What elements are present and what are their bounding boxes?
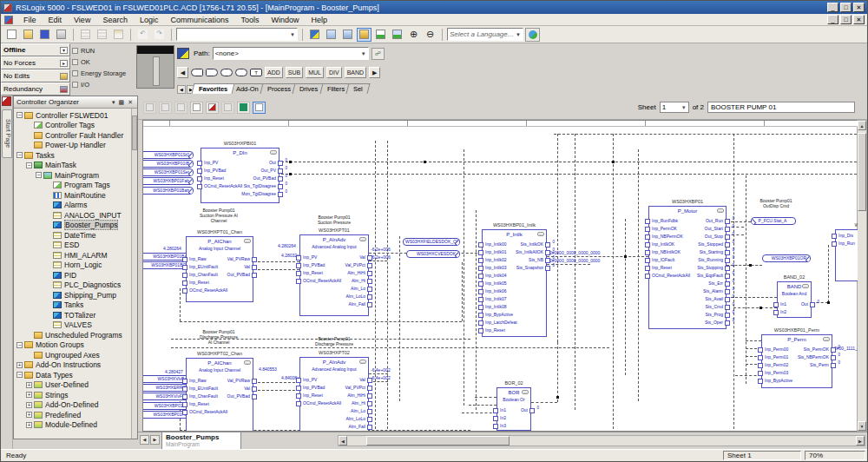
input-pin[interactable]: Inp_PV bbox=[303, 254, 317, 261]
sheet-list-icon[interactable] bbox=[143, 102, 156, 114]
rswho-icon[interactable] bbox=[177, 48, 189, 59]
output-pin[interactable]: Sts_Snapshot0 bbox=[516, 264, 543, 272]
output-pin[interactable]: Sts_Prog0 bbox=[705, 311, 723, 319]
input-pin[interactable]: Inp_PVBad bbox=[303, 261, 325, 269]
tree-item-power-up-handler[interactable]: Power-Up Handler bbox=[14, 141, 131, 151]
tree-item-add-on-instructions[interactable]: +Add-On Instructions bbox=[14, 360, 131, 371]
output-reference[interactable]: P_FCU.Stat_A bbox=[751, 217, 796, 225]
dropdown-icon[interactable]: ▾ bbox=[60, 47, 68, 54]
input-pin[interactable]: Inp_Reset bbox=[303, 392, 323, 399]
menu-window[interactable]: Window bbox=[265, 15, 305, 25]
mdi-restore-button[interactable]: □ bbox=[840, 15, 852, 24]
edit-original-icon[interactable] bbox=[174, 102, 187, 114]
tree-item-shipping-pump[interactable]: Shipping_Pump bbox=[14, 290, 131, 300]
delete-sheet-icon[interactable] bbox=[206, 102, 219, 114]
output-pin[interactable]: Sts_Stopping0 bbox=[697, 264, 723, 272]
tree-item-tasks[interactable]: −Tasks bbox=[14, 150, 131, 161]
output-pin[interactable]: Sts_NB0 bbox=[529, 256, 543, 264]
verify-routine-icon[interactable] bbox=[373, 28, 388, 42]
block-ellipsis-button[interactable]: ... bbox=[270, 150, 277, 155]
input-reference[interactable]: WS03HXBP01OR bbox=[762, 254, 811, 262]
output-pin[interactable]: Val_PVRaw bbox=[227, 255, 250, 263]
block-ellipsis-button[interactable]: ... bbox=[802, 284, 809, 288]
close-button[interactable]: ✕ bbox=[853, 3, 865, 12]
tree-item-maintask[interactable]: −MainTask bbox=[14, 161, 131, 171]
tree-item-horn-logic[interactable]: Horn_Logic bbox=[14, 261, 131, 271]
tree-item-ungrouped-axes[interactable]: Ungrouped Axes bbox=[14, 350, 131, 360]
tree-item-data-types[interactable]: −Data Types bbox=[14, 370, 131, 380]
input-reference[interactable]: WS03HXBP01IB bbox=[142, 160, 194, 168]
tree-item-mainroutine[interactable]: MainRoutine bbox=[14, 190, 131, 201]
input-pin[interactable]: In1 bbox=[500, 406, 506, 414]
paste-icon[interactable] bbox=[111, 28, 126, 42]
expand-icon[interactable]: + bbox=[26, 422, 32, 428]
new-icon[interactable] bbox=[4, 28, 19, 42]
organizer-close-icon[interactable]: ✕ bbox=[126, 99, 135, 106]
output-pin[interactable]: Val bbox=[244, 385, 250, 393]
sheet-title-input[interactable] bbox=[707, 102, 855, 113]
output-pin[interactable]: Sts_PermOK0 bbox=[804, 346, 829, 353]
organizer-menu-icon[interactable]: ▾ bbox=[110, 99, 117, 106]
icon-wire-icon[interactable] bbox=[220, 69, 233, 76]
fbd-block-p-aichan[interactable]: WS03HXPT01_ChanP_AIChan...Analog Input C… bbox=[186, 236, 253, 302]
input-reference[interactable]: WS03HXCVESDOK bbox=[406, 250, 460, 258]
input-pin[interactable]: Inp_PVBad bbox=[204, 167, 226, 175]
input-pin[interactable]: Inp_NBPermOK bbox=[652, 233, 683, 241]
output-pin[interactable]: Out0 bbox=[521, 406, 528, 414]
input-pin[interactable]: OCmd_ResetAckAll bbox=[204, 182, 242, 190]
save-icon[interactable] bbox=[37, 28, 52, 42]
print-icon[interactable] bbox=[54, 28, 69, 42]
input-reference[interactable]: WS03HXBP01Bah bbox=[142, 187, 194, 195]
output-pin[interactable]: Sts_Running0 bbox=[698, 256, 723, 264]
input-pin[interactable]: Inp_PermOK bbox=[652, 225, 677, 233]
fbd-block-p-ainadv[interactable]: WS03HXPT01P_AInAdv...Advanced Analog Inp… bbox=[299, 234, 369, 316]
cut-icon[interactable] bbox=[78, 28, 93, 42]
output-pin[interactable]: Sts_NBPermOK0 bbox=[798, 353, 829, 361]
input-pin[interactable]: Inp_Reset bbox=[189, 279, 209, 287]
input-pin[interactable]: Inp_PV bbox=[303, 376, 317, 384]
tree-item-tanks[interactable]: Tanks bbox=[14, 300, 131, 311]
tree-item-controller-fault-handler[interactable]: Controller Fault Handler bbox=[14, 130, 131, 141]
input-pin[interactable]: In1 bbox=[780, 300, 786, 308]
wire-value[interactable]: 4.280264 bbox=[278, 243, 296, 248]
tree-item-user-defined[interactable]: +User-Defined bbox=[14, 380, 131, 391]
input-pin[interactable]: OCmd_ResetAckAll bbox=[303, 277, 341, 285]
input-pin[interactable]: Inp_RunFdbk bbox=[652, 217, 678, 225]
input-pin[interactable]: Inp_Intlk04 bbox=[485, 272, 506, 280]
input-pin[interactable]: Inp_BypActive bbox=[485, 311, 513, 319]
instruction-band-button[interactable]: BAND bbox=[345, 67, 366, 78]
next-sheet-icon[interactable] bbox=[237, 102, 250, 114]
input-reference[interactable]: WS03HXFIELDESDOK_OVOK bbox=[403, 238, 460, 246]
palette-tab-sel[interactable]: Sel bbox=[346, 83, 371, 94]
output-pin[interactable]: Sts_Avail0 bbox=[705, 295, 723, 303]
undo-icon[interactable]: ↶ bbox=[135, 28, 150, 42]
input-pin[interactable]: Inp_ChanFault bbox=[189, 393, 218, 400]
input-pin[interactable]: Inp_IOFault bbox=[652, 256, 674, 264]
instruction-sub-button[interactable]: SUB bbox=[286, 67, 303, 78]
tree-item-esd[interactable]: ESD bbox=[14, 241, 131, 251]
tree-item-motion-groups[interactable]: −Motion Groups bbox=[14, 340, 131, 351]
menu-logic[interactable]: Logic bbox=[134, 15, 165, 25]
input-pin[interactable]: Inp_Intlk06 bbox=[485, 287, 506, 295]
input-pin[interactable]: Inp_Intlk05 bbox=[485, 280, 506, 287]
redo-icon[interactable]: ↷ bbox=[152, 28, 167, 42]
output-pin[interactable]: Out_PVBad bbox=[227, 393, 250, 400]
input-pin[interactable]: Inp_Intlk03 bbox=[485, 264, 506, 272]
start-page-icon[interactable] bbox=[2, 96, 11, 106]
collapse-icon[interactable]: − bbox=[16, 152, 23, 158]
menu-search[interactable]: Search bbox=[96, 15, 134, 25]
arrow-icon[interactable]: ▸ bbox=[60, 60, 68, 67]
vscroll-thumb[interactable] bbox=[858, 133, 866, 211]
fbd-block-p-intlk[interactable]: WS03HXBP01_IntlkP_Intlk...Inp_Intlk00Inp… bbox=[482, 229, 547, 337]
palette-tab-favorites[interactable]: Favorites bbox=[192, 83, 235, 94]
output-pin[interactable]: Sts_IntlkAllOK0 bbox=[516, 248, 543, 256]
wire-value[interactable]: 4.280264 bbox=[163, 246, 181, 251]
expand-icon[interactable]: + bbox=[16, 362, 23, 368]
input-pin[interactable]: Inp_Reset bbox=[652, 264, 672, 272]
output-pin[interactable]: Val_PVRaw bbox=[227, 377, 250, 385]
input-pin[interactable]: In3 bbox=[500, 422, 506, 430]
verify-controller-icon[interactable] bbox=[390, 28, 404, 42]
input-pin[interactable]: Inp_PVBad bbox=[303, 384, 325, 392]
tree-item-add-on-defined[interactable]: +Add-On-Defined bbox=[14, 400, 131, 411]
tree-item-controller-fslwed01[interactable]: −Controller FSLWED01 bbox=[14, 110, 131, 121]
